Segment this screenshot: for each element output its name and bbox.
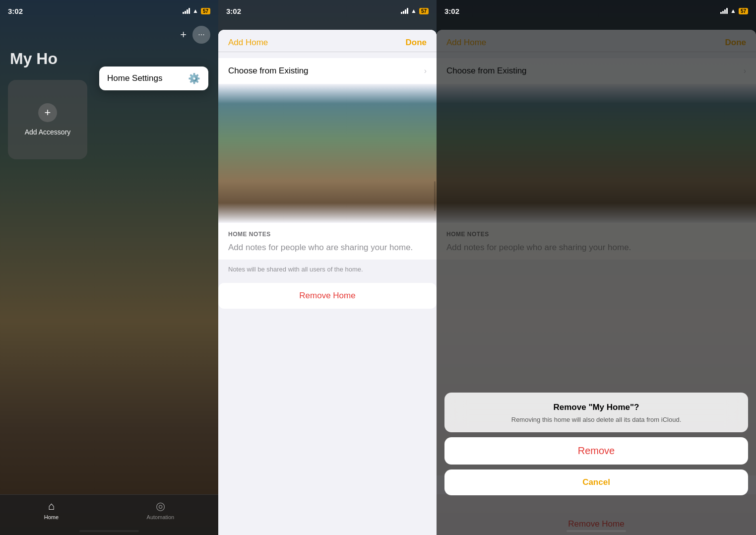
tab-home[interactable]: ⌂ Home [44,500,59,520]
status-bar-3: 3:02 ▲ 57 [437,0,756,22]
panel-2: 3:02 ▲ 57 Add Home Done Choose from Exis… [218,0,437,535]
alert-message-3: Removing this home will also delete all … [452,415,740,424]
alert-dialog-3: Remove "My Home"? Removing this home wil… [444,393,748,495]
wifi-icon: ▲ [192,7,198,14]
time-3: 3:02 [444,7,459,15]
home-settings-dropdown[interactable]: Home Settings ⚙️ [99,67,208,90]
add-accessory-plus-icon: + [38,103,57,122]
home-notes-footer-2: Notes will be shared with all users of t… [218,260,437,279]
more-options-button[interactable]: ··· [192,26,210,44]
signal-icon-3 [720,8,728,14]
gear-icon: ⚙️ [188,72,200,84]
status-bar-2: 3:02 ▲ 57 [218,0,437,22]
photo-fade-bottom-2 [218,203,437,223]
add-button[interactable]: + [180,28,187,41]
home-tab-label: Home [44,514,59,520]
photo-fade-top-2 [218,84,437,104]
automation-tab-icon: ◎ [156,500,165,513]
battery-badge-1: 57 [201,8,210,14]
status-icons-2: ▲ 57 [401,7,429,14]
alert-title-3: Remove "My Home"? [452,402,740,412]
battery-badge-3: 57 [739,8,748,14]
tab-bar-1: ⌂ Home ◎ Automation [0,494,218,535]
dots-icon: ··· [198,30,204,39]
wifi-icon-3: ▲ [730,7,736,14]
alert-remove-label-3: Remove [578,445,615,456]
add-home-sheet-2: Add Home Done Choose from Existing › HOM… [218,30,437,535]
alert-remove-button-3[interactable]: Remove [444,437,748,465]
home-tab-icon: ⌂ [48,500,55,513]
status-icons-3: ▲ 57 [720,7,748,14]
home-notes-section-2: HOME NOTES Add notes for people who are … [218,223,437,260]
tab-automation[interactable]: ◎ Automation [147,500,175,520]
home-settings-label: Home Settings [107,73,163,83]
photo-inner-2 [218,84,437,223]
sheet-title-2: Add Home [228,38,268,48]
alert-cancel-label-3: Cancel [582,477,610,487]
sheet-divider-2 [218,52,437,52]
panel-1: 3:02 ▲ 57 + ··· My Ho Home Settings ⚙️ [0,0,218,535]
status-icons-1: ▲ 57 [183,7,210,14]
choose-from-existing-row-2[interactable]: Choose from Existing › [218,58,437,84]
toolbar-1: + ··· [0,22,218,48]
home-notes-text-2: Add notes for people who are sharing you… [228,242,427,254]
alert-cancel-button-3[interactable]: Cancel [444,469,748,495]
remove-home-label-2: Remove Home [299,291,355,300]
p1-content: + ··· My Ho Home Settings ⚙️ + Add Acces… [0,22,218,535]
battery-badge-2: 57 [419,8,429,14]
scroll-indicator-2 [434,181,436,211]
automation-tab-label: Automation [147,514,175,520]
status-bar-1: 3:02 ▲ 57 [0,0,218,22]
signal-icon [183,8,190,14]
wifi-icon-2: ▲ [411,7,417,14]
choose-from-existing-label-2: Choose from Existing [228,66,309,76]
sheet-done-2[interactable]: Done [406,38,427,48]
home-notes-header-2: HOME NOTES [228,231,427,238]
remove-home-button-2[interactable]: Remove Home [218,283,437,309]
time-1: 3:02 [8,7,23,15]
add-accessory-label: Add Accessory [25,128,71,136]
time-2: 3:02 [226,7,241,15]
add-accessory-tile[interactable]: + Add Accessory [8,80,87,159]
home-photo-2 [218,84,437,223]
sheet-header-2: Add Home Done [218,30,437,52]
signal-icon-2 [401,8,408,14]
alert-content-3: Remove "My Home"? Removing this home wil… [444,393,748,432]
panel-3: 3:02 ▲ 57 Add Home Done Choose from Exis… [437,0,756,535]
chevron-right-icon-2: › [424,67,427,75]
